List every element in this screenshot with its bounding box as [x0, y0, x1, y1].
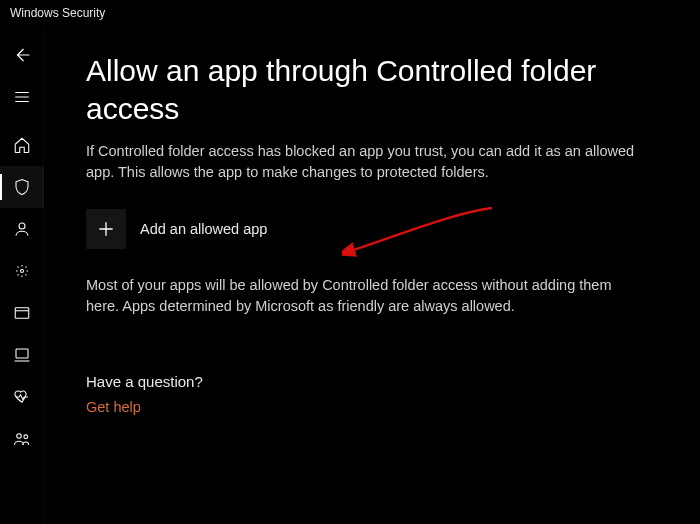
sidebar-item-firewall[interactable]	[0, 250, 44, 292]
health-icon	[13, 388, 31, 406]
svg-point-1	[20, 270, 23, 273]
note-text: Most of your apps will be allowed by Con…	[86, 275, 646, 317]
back-button[interactable]	[0, 34, 44, 76]
svg-point-0	[19, 223, 25, 229]
menu-button[interactable]	[0, 76, 44, 118]
shield-icon	[13, 178, 31, 196]
app-frame: Allow an app through Controlled folder a…	[0, 28, 700, 524]
sidebar-item-device[interactable]	[0, 334, 44, 376]
menu-icon	[13, 88, 31, 106]
add-allowed-app-label: Add an allowed app	[140, 221, 267, 237]
sidebar-item-home[interactable]	[0, 124, 44, 166]
plus-icon	[96, 219, 116, 239]
sidebar-item-app-browser[interactable]	[0, 292, 44, 334]
home-icon	[13, 136, 31, 154]
account-icon	[13, 220, 31, 238]
add-allowed-app-button[interactable]	[86, 209, 126, 249]
page-description: If Controlled folder access has blocked …	[86, 141, 650, 183]
back-icon	[13, 46, 31, 64]
svg-point-5	[23, 435, 27, 439]
page-title: Allow an app through Controlled folder a…	[86, 52, 650, 127]
sidebar	[0, 28, 44, 524]
main-content: Allow an app through Controlled folder a…	[44, 28, 700, 524]
get-help-link[interactable]: Get help	[86, 399, 141, 415]
app-browser-icon	[13, 304, 31, 322]
sidebar-item-health[interactable]	[0, 376, 44, 418]
sidebar-item-account[interactable]	[0, 208, 44, 250]
family-icon	[13, 430, 31, 448]
add-allowed-app-row[interactable]: Add an allowed app	[86, 209, 650, 249]
firewall-icon	[13, 262, 31, 280]
svg-rect-3	[16, 349, 28, 358]
svg-point-4	[16, 434, 21, 439]
window-title: Windows Security	[0, 0, 700, 28]
question-heading: Have a question?	[86, 373, 650, 390]
sidebar-item-security[interactable]	[0, 166, 44, 208]
sidebar-item-family[interactable]	[0, 418, 44, 460]
device-icon	[13, 346, 31, 364]
svg-rect-2	[15, 308, 29, 319]
